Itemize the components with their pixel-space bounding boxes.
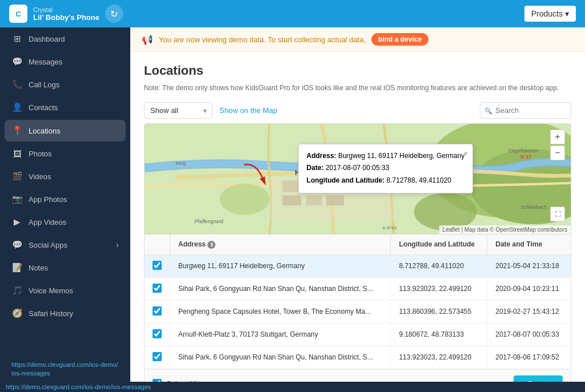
sidebar-icon-dashboard: ⊞ xyxy=(11,34,23,44)
page-title: Locations xyxy=(144,63,571,78)
address-info-icon: ℹ xyxy=(207,241,215,249)
map-fullscreen[interactable]: ⛶ xyxy=(550,207,565,221)
sidebar-arrow-social-apps: › xyxy=(116,240,119,249)
row-address-0: Burgweg 11, 69117 Heidelberg, Germany xyxy=(170,254,391,277)
map-arrow xyxy=(238,159,270,192)
row-coords-0: 8.712788, 49.411020 xyxy=(391,254,487,277)
map-container: Heidelberg berg Ziegelhausen Pfaffengrun… xyxy=(144,123,571,235)
show-all-select[interactable]: Show all xyxy=(144,102,213,119)
sidebar-label-app-videos: App Videos xyxy=(29,218,66,227)
row-checkbox-0[interactable] xyxy=(153,261,162,270)
table-row: Sihai Park, 6 Gongyuan Rd Nan Shan Qu, N… xyxy=(145,346,571,369)
sidebar-item-messages[interactable]: 💬Messages xyxy=(0,50,130,73)
sidebar-icon-messages: 💬 xyxy=(11,56,23,67)
table-row: Burgweg 11, 69117 Heidelberg, Germany 8.… xyxy=(145,254,571,277)
row-datetime-0: 2021-05-04 21:33:18 xyxy=(487,254,571,277)
page-note: Note: The demo only shows how KidsGuard … xyxy=(144,83,571,93)
map-zoom-in[interactable]: + xyxy=(550,130,565,144)
sidebar-icon-videos: 🎬 xyxy=(11,171,23,181)
sidebar-item-photos[interactable]: 🖼Photos xyxy=(0,143,130,165)
row-datetime-3: 2017-08-07 00:05:33 xyxy=(487,323,571,346)
sidebar-icon-photos: 🖼 xyxy=(11,149,23,159)
map-controls: + − xyxy=(550,130,565,160)
sidebar: ⊞Dashboard💬Messages📞Call Logs👤Contacts📍L… xyxy=(0,27,130,382)
sidebar-label-safari-history: Safari History xyxy=(29,309,73,318)
export-button[interactable]: Export xyxy=(514,375,563,382)
row-coords-4: 113.923023, 22.499120 xyxy=(391,346,487,369)
bind-device-button[interactable]: bind a device xyxy=(371,33,428,46)
sidebar-label-contacts: Contacts xyxy=(29,103,58,112)
sidebar-item-notes[interactable]: 📝Notes xyxy=(0,256,130,279)
sidebar-label-locations: Locations xyxy=(29,127,61,135)
row-coords-3: 9.180672, 48.783133 xyxy=(391,323,487,346)
show-all-wrapper: Show all ▼ xyxy=(144,102,213,119)
row-datetime-4: 2017-08-06 17:09:52 xyxy=(487,346,571,369)
sidebar-item-voice-memos[interactable]: 🎵Voice Memos xyxy=(0,279,130,302)
sidebar-label-call-logs: Call Logs xyxy=(29,80,59,89)
sidebar-label-social-apps: Social Apps xyxy=(29,241,67,249)
row-address-3: Arnulf-Klett-Platz 3, 70173 Stuttgart, G… xyxy=(170,323,391,346)
sidebar-icon-app-photos: 📷 xyxy=(11,194,23,204)
sidebar-icon-voice-memos: 🎵 xyxy=(11,285,23,296)
main-content: 📢 You are now viewing demo data. To star… xyxy=(130,27,585,382)
row-coords-1: 113.923023, 22.499120 xyxy=(391,277,487,300)
sidebar-item-locations[interactable]: 📍Locations xyxy=(5,120,126,142)
status-bar-link[interactable]: https://demo.clevguard.com/ios-demo/ios-… xyxy=(11,361,118,377)
sidebar-icon-contacts: 👤 xyxy=(11,102,23,112)
demo-banner: 📢 You are now viewing demo data. To star… xyxy=(130,27,585,52)
search-wrapper: 🔍 xyxy=(480,102,571,119)
svg-rect-8 xyxy=(306,196,322,206)
row-address-1: Sihai Park, 6 Gongyuan Rd Nan Shan Qu, N… xyxy=(170,277,391,300)
sidebar-label-dashboard: Dashboard xyxy=(29,35,65,43)
sidebar-item-call-logs[interactable]: 📞Call Logs xyxy=(0,73,130,96)
sidebar-icon-locations: 📍 xyxy=(11,126,23,136)
sidebar-label-photos: Photos xyxy=(29,149,51,158)
sync-icon[interactable]: ↻ xyxy=(105,5,123,23)
device-info: Crystal Lil' Bobby's Phone xyxy=(33,6,99,22)
table-row: Pengheng Space Capsules Hotel, Tower B, … xyxy=(145,300,571,323)
sidebar-label-messages: Messages xyxy=(29,58,62,66)
sidebar-label-voice-memos: Voice Memos xyxy=(29,286,73,295)
sidebar-item-safari-history[interactable]: 🧭Safari History xyxy=(0,302,130,325)
row-checkbox-1[interactable] xyxy=(153,284,162,293)
row-checkbox-2[interactable] xyxy=(153,306,162,316)
sidebar-icon-app-videos: ▶ xyxy=(11,217,23,227)
show-on-map-link[interactable]: Show on the Map xyxy=(219,106,277,115)
locations-table: Address ℹ Longitude and Latitude Date an… xyxy=(144,235,571,369)
app-logo: C xyxy=(9,5,27,23)
map-zoom-out[interactable]: − xyxy=(550,146,565,160)
table-row: Arnulf-Klett-Platz 3, 70173 Stuttgart, G… xyxy=(145,323,571,346)
sidebar-icon-safari-history: 🧭 xyxy=(11,308,23,318)
col-address: Address ℹ xyxy=(170,235,391,254)
status-bar: https://demo.clevguard.com/ios-demo/ios-… xyxy=(0,382,585,392)
sidebar-item-app-videos[interactable]: ▶App Videos xyxy=(0,211,130,233)
table-footer: Select All Export xyxy=(144,369,571,382)
col-coords: Longitude and Latitude xyxy=(391,235,487,254)
col-datetime: Date and Time xyxy=(487,235,571,254)
sidebar-item-videos[interactable]: 🎬Videos xyxy=(0,165,130,188)
sidebar-item-dashboard[interactable]: ⊞Dashboard xyxy=(0,27,130,50)
filter-toolbar: Show all ▼ Show on the Map 🔍 xyxy=(144,102,571,119)
banner-icon: 📢 xyxy=(142,34,153,45)
svg-rect-9 xyxy=(326,196,344,206)
sidebar-icon-call-logs: 📞 xyxy=(11,79,23,90)
sidebar-item-app-photos[interactable]: 📷App Photos xyxy=(0,188,130,211)
search-input[interactable] xyxy=(480,102,571,119)
sidebar-item-social-apps[interactable]: 💬Social Apps› xyxy=(0,233,130,256)
products-menu[interactable]: Products ▾ xyxy=(524,6,576,22)
map-tooltip: × Address: Burgweg 11, 69117 Heidelberg,… xyxy=(298,144,474,193)
map-attribution: Leaflet | Map data © OpenStreetMap contr… xyxy=(439,225,571,234)
tooltip-close[interactable]: × xyxy=(463,147,468,161)
row-address-4: Sihai Park, 6 Gongyuan Rd Nan Shan Qu, N… xyxy=(170,346,391,369)
row-checkbox-4[interactable] xyxy=(153,352,162,361)
top-bar: C Crystal Lil' Bobby's Phone ↻ Products … xyxy=(0,0,585,27)
sidebar-item-contacts[interactable]: 👤Contacts xyxy=(0,96,130,119)
row-datetime-1: 2020-09-04 10:23:11 xyxy=(487,277,571,300)
row-coords-2: 113.860396, 22.573455 xyxy=(391,300,487,323)
svg-text:B 37: B 37 xyxy=(520,154,531,160)
sidebar-label-videos: Videos xyxy=(29,172,51,181)
row-address-2: Pengheng Space Capsules Hotel, Tower B, … xyxy=(170,300,391,323)
row-datetime-2: 2019-02-27 15:43:12 xyxy=(487,300,571,323)
row-checkbox-3[interactable] xyxy=(153,329,162,338)
sidebar-label-notes: Notes xyxy=(29,264,48,272)
